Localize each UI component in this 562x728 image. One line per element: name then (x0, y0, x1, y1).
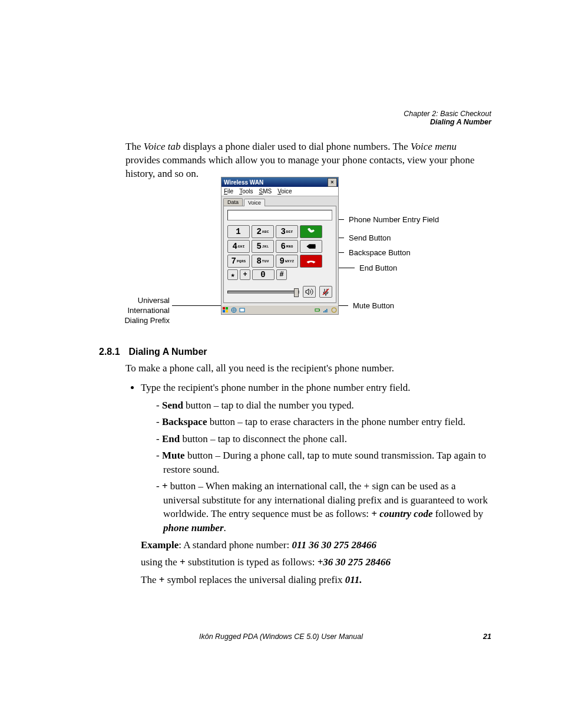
mute-button[interactable] (319, 286, 332, 298)
backspace-button[interactable] (300, 240, 322, 253)
send-button[interactable] (300, 225, 322, 238)
section-heading: 2.8.1 Dialing A Number (99, 347, 207, 357)
footer-page-number: 21 (483, 633, 491, 641)
sub-plus: + button – When making an international … (156, 479, 491, 535)
globe-icon[interactable] (231, 307, 237, 313)
phone-icon (306, 228, 316, 235)
callout-prefix: Universal International Dialing Prefix (117, 296, 170, 326)
callout-entry: Phone Number Entry Field (349, 215, 439, 224)
figure-area: Universal International Dialing Prefix P… (164, 177, 494, 329)
app-window: Wireless WAN × File Tools SMS Voice Data… (221, 177, 339, 315)
callout-backspace: Backspace Button (349, 248, 411, 257)
svg-rect-2 (226, 307, 228, 309)
sub-end: End button – tap to disconnect the phone… (156, 432, 491, 446)
section-title: Dialing A Number (128, 347, 207, 357)
start-icon[interactable] (223, 307, 229, 313)
key-9[interactable]: 9WXYZ (276, 255, 298, 268)
tabs: Data Voice (222, 196, 338, 206)
tab-voice[interactable]: Voice (244, 199, 265, 206)
svg-rect-7 (315, 309, 319, 311)
keypad-bottom-row: ★ + 0 # (227, 269, 332, 280)
sub-backspace: Backspace button – tap to erase characte… (156, 415, 491, 429)
menu-sms[interactable]: SMS (259, 188, 272, 195)
menu-file[interactable]: File (224, 188, 233, 195)
key-0[interactable]: 0 (252, 269, 275, 280)
backspace-icon (306, 243, 316, 250)
battery-icon (315, 307, 320, 313)
section-lead: To make a phone call, all you need is th… (125, 361, 491, 375)
header-section: Dialing A Number (404, 118, 491, 126)
dialer-panel: 1 2ABC 3DEF 4GHI 5JKL 6MNO 7PQRS 8TUV 9W… (223, 206, 336, 303)
taskbar (222, 305, 338, 314)
signal-icon (323, 307, 329, 313)
task-icon[interactable] (239, 307, 245, 313)
page-header: Chapter 2: Basic Checkout Dialing A Numb… (404, 110, 491, 126)
slider-thumb[interactable] (294, 288, 299, 297)
example-2: using the + substitution is typed as fol… (141, 555, 491, 569)
footer-manual: Ikôn Rugged PDA (Windows CE 5.0) User Ma… (199, 633, 363, 641)
key-8[interactable]: 8TUV (252, 255, 274, 268)
key-star[interactable]: ★ (227, 269, 238, 280)
svg-rect-8 (319, 309, 320, 311)
example-3: The + symbol replaces the universal dial… (141, 573, 491, 587)
key-hash[interactable]: # (276, 269, 287, 280)
volume-row (227, 286, 332, 298)
svg-rect-9 (323, 311, 325, 312)
svg-rect-1 (223, 307, 225, 309)
menu-voice[interactable]: Voice (277, 188, 292, 195)
bullet-1: Type the recipient's phone number in the… (141, 381, 491, 587)
key-5[interactable]: 5JKL (252, 240, 274, 253)
speaker-icon (305, 288, 313, 295)
speaker-button[interactable] (303, 286, 316, 298)
page-footer: Ikôn Rugged PDA (Windows CE 5.0) User Ma… (0, 633, 562, 641)
menu-tools[interactable]: Tools (239, 188, 253, 195)
callout-mute: Mute Button (353, 301, 394, 310)
mute-icon (322, 288, 330, 296)
callout-send: Send Button (349, 233, 391, 242)
clock-icon (331, 307, 337, 313)
example-1: Example: A standard phone number: 011 36… (141, 538, 491, 552)
svg-point-12 (332, 308, 336, 312)
sub-mute: Mute button – During a phone call, tap t… (156, 449, 491, 476)
svg-rect-4 (226, 310, 228, 312)
menubar: File Tools SMS Voice (222, 187, 338, 196)
phone-number-input[interactable] (227, 210, 332, 220)
key-4[interactable]: 4GHI (227, 240, 250, 253)
header-chapter: Chapter 2: Basic Checkout (404, 110, 491, 118)
window-title: Wireless WAN (224, 179, 263, 186)
volume-slider[interactable] (227, 291, 299, 294)
key-2[interactable]: 2ABC (252, 225, 274, 238)
bullet-list: Type the recipient's phone number in the… (125, 381, 491, 587)
section-body: To make a phone call, all you need is th… (125, 361, 491, 589)
svg-rect-3 (223, 310, 225, 312)
titlebar: Wireless WAN × (222, 177, 338, 187)
sub-send: Send button – tap to dial the number you… (156, 398, 491, 412)
end-button[interactable] (300, 255, 322, 268)
svg-rect-11 (326, 309, 328, 312)
key-7[interactable]: 7PQRS (227, 255, 250, 268)
hangup-icon (306, 258, 316, 265)
key-6[interactable]: 6MNO (276, 240, 298, 253)
close-button[interactable]: × (328, 178, 337, 187)
sub-list: Send button – tap to dial the number you… (141, 398, 491, 535)
keypad: 1 2ABC 3DEF 4GHI 5JKL 6MNO 7PQRS 8TUV 9W… (227, 225, 332, 268)
key-1[interactable]: 1 (227, 225, 250, 238)
callout-end: End Button (359, 263, 397, 272)
key-3[interactable]: 3DEF (276, 225, 298, 238)
intro-paragraph: The Voice tab displays a phone dialer us… (125, 140, 490, 181)
key-plus[interactable]: + (240, 269, 250, 280)
svg-rect-10 (325, 310, 326, 312)
svg-rect-6 (240, 308, 244, 312)
tab-data[interactable]: Data (223, 198, 243, 206)
section-number: 2.8.1 (99, 347, 126, 357)
